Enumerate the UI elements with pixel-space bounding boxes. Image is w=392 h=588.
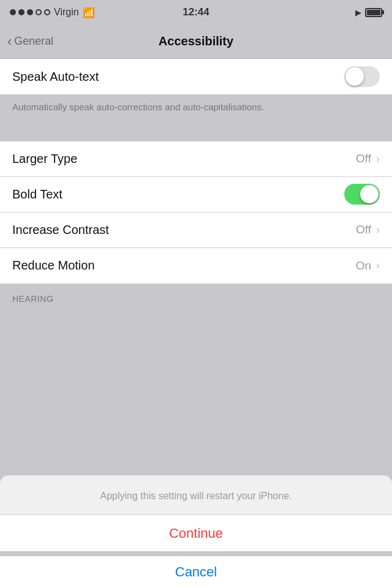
dialog-overlay: Applying this setting will restart your …	[0, 0, 392, 588]
dialog-container: Applying this setting will restart your …	[0, 475, 392, 588]
continue-button[interactable]: Continue	[0, 514, 392, 551]
dialog-message-text: Applying this setting will restart your …	[12, 489, 380, 514]
dialog-message-box: Applying this setting will restart your …	[0, 475, 392, 514]
dialog-buttons: Continue Cancel	[0, 514, 392, 588]
cancel-button[interactable]: Cancel	[0, 551, 392, 588]
